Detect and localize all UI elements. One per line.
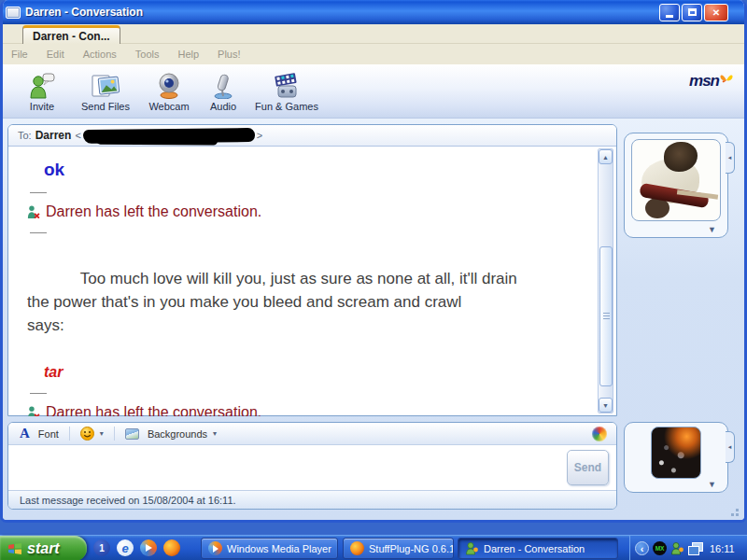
tray-collapse-chevron[interactable]: ‹ bbox=[635, 541, 649, 555]
compose-toolbar: A Font ▾ Backgrounds ▾ bbox=[8, 423, 616, 445]
messenger-buddy-icon bbox=[465, 541, 479, 555]
menu-help[interactable]: Help bbox=[177, 49, 199, 60]
quick-launch-firefox-icon[interactable] bbox=[163, 539, 180, 556]
font-button[interactable]: Font bbox=[38, 428, 59, 440]
window-icon[interactable] bbox=[6, 7, 21, 19]
taskbar-button-stuffplug[interactable]: StuffPlug-NG 0.6.1 (... bbox=[343, 538, 454, 559]
status-message: Darren has left the conversation. bbox=[27, 203, 588, 220]
msn-butterfly-icon bbox=[719, 72, 734, 87]
restore-button[interactable] bbox=[682, 4, 702, 21]
ie-glyph: e bbox=[121, 541, 128, 555]
message-input-area: Send bbox=[8, 445, 616, 490]
start-label: start bbox=[27, 540, 60, 557]
display-picture-options-button[interactable]: ▼ bbox=[708, 225, 716, 234]
backgrounds-thumbnail-icon bbox=[125, 428, 139, 440]
contact-display-picture[interactable] bbox=[631, 139, 721, 221]
send-files-button[interactable]: Send Files bbox=[69, 68, 142, 115]
emoticon-dropdown-icon[interactable]: ▾ bbox=[100, 429, 104, 438]
chat-message: Too much love will kill you, just as sur… bbox=[27, 244, 587, 360]
address-close-bracket: > bbox=[257, 130, 262, 141]
minimize-icon bbox=[666, 15, 673, 18]
scrollbar-thumb[interactable] bbox=[599, 246, 613, 386]
quick-launch-one-icon[interactable]: 1 bbox=[93, 539, 110, 556]
close-button[interactable]: ✕ bbox=[704, 4, 728, 21]
to-bar: To: Darren < > bbox=[8, 125, 616, 147]
chat-message-text: tar bbox=[44, 364, 63, 380]
color-wheel-icon[interactable] bbox=[592, 427, 607, 441]
audio-button[interactable]: Audio bbox=[196, 68, 250, 115]
status-message: Darren has left the conversation. bbox=[27, 404, 588, 416]
send-files-photos-icon bbox=[91, 71, 120, 99]
resize-grip[interactable] bbox=[727, 505, 739, 516]
window-content: To: Darren < > ok bbox=[3, 119, 744, 520]
toolbar-separator bbox=[114, 427, 115, 441]
system-tray: ‹ MX 16:11 bbox=[629, 536, 747, 560]
message-input[interactable] bbox=[8, 445, 558, 490]
close-icon: ✕ bbox=[712, 7, 720, 18]
menu-tools[interactable]: Tools bbox=[135, 49, 160, 60]
quick-launch-ie-icon[interactable]: e bbox=[117, 539, 134, 556]
menu-actions[interactable]: Actions bbox=[83, 49, 117, 60]
media-player-icon bbox=[208, 541, 222, 555]
status-message-text: Darren has left the conversation. bbox=[46, 203, 261, 220]
webcam-button[interactable]: Webcam bbox=[142, 68, 196, 115]
menu-plus[interactable]: Plus! bbox=[218, 49, 240, 60]
tab-darren-conversation[interactable]: Darren - Con... bbox=[22, 25, 120, 44]
send-files-label: Send Files bbox=[81, 101, 130, 112]
send-button[interactable]: Send bbox=[567, 450, 609, 485]
tray-network-icon[interactable] bbox=[688, 542, 703, 555]
backgrounds-button[interactable]: Backgrounds bbox=[148, 428, 207, 440]
display-picture-options-button[interactable]: ▼ bbox=[708, 480, 716, 489]
message-history[interactable]: ok Darren has left the conversation. To bbox=[8, 147, 616, 416]
own-display-picture[interactable] bbox=[651, 427, 701, 479]
webcam-label: Webcam bbox=[148, 101, 189, 112]
tray-clock[interactable]: 16:11 bbox=[710, 543, 735, 554]
contact-name: Darren bbox=[35, 129, 72, 142]
display-picture-collapse-tab[interactable]: ◂ bbox=[726, 431, 735, 463]
send-button-label: Send bbox=[574, 461, 601, 474]
scroll-up-icon: ▲ bbox=[602, 154, 609, 161]
toolbar-buttons: Invite Send bbox=[15, 68, 323, 115]
conversation-panel: To: Darren < > ok bbox=[7, 124, 617, 416]
minimize-button[interactable] bbox=[659, 4, 680, 21]
emoticon-button[interactable] bbox=[80, 427, 94, 441]
contact-left-icon bbox=[27, 205, 40, 218]
window-controls: ✕ bbox=[659, 4, 741, 21]
message-divider bbox=[30, 232, 47, 233]
scroll-down-icon: ▼ bbox=[602, 402, 609, 409]
windows-flag-icon bbox=[7, 541, 22, 556]
fun-games-label: Fun & Games bbox=[255, 101, 318, 112]
scroll-up-button[interactable]: ▲ bbox=[599, 149, 613, 164]
menu-file[interactable]: File bbox=[11, 49, 28, 60]
taskbar-button-conversation[interactable]: Darren - Conversation bbox=[458, 538, 618, 559]
font-a-icon: A bbox=[20, 426, 30, 441]
taskbar: start 1 e Windows Media Player StuffPlug… bbox=[0, 535, 747, 560]
tray-mx-icon[interactable]: MX bbox=[653, 541, 667, 555]
own-display-picture-frame: ▼ ◂ bbox=[624, 422, 728, 493]
microphone-icon bbox=[211, 71, 235, 99]
firefox-icon bbox=[350, 541, 364, 555]
main-toolbar: Invite Send bbox=[0, 64, 747, 119]
scroll-down-button[interactable]: ▼ bbox=[599, 398, 613, 413]
desktop-screen: Darren - Conversation ✕ Darren - Con... … bbox=[0, 0, 747, 560]
start-button[interactable]: start bbox=[0, 536, 87, 560]
quick-launch-media-player-icon[interactable] bbox=[140, 539, 157, 556]
chat-message-text: Too much love will kill you, just as sur… bbox=[27, 270, 517, 334]
backgrounds-dropdown-icon[interactable]: ▾ bbox=[213, 429, 217, 438]
contact-display-picture-frame: ▼ ◂ bbox=[624, 133, 728, 238]
msn-logo-text: msn bbox=[689, 72, 719, 91]
history-scrollbar[interactable]: ▲ ▼ bbox=[598, 148, 613, 413]
one-glyph: 1 bbox=[99, 543, 105, 553]
menu-bar: File Edit Actions Tools Help Plus! bbox=[0, 44, 747, 64]
fun-and-games-button[interactable]: Fun & Games bbox=[250, 68, 323, 115]
redacted-contact-address bbox=[83, 128, 255, 144]
taskbar-button-label: StuffPlug-NG 0.6.1 (... bbox=[369, 543, 454, 554]
invite-button[interactable]: Invite bbox=[15, 68, 69, 115]
to-label: To: bbox=[18, 130, 32, 141]
tray-messenger-icon[interactable] bbox=[670, 541, 684, 555]
taskbar-button-media-player[interactable]: Windows Media Player bbox=[201, 538, 338, 559]
display-picture-collapse-tab[interactable]: ◂ bbox=[726, 142, 735, 174]
titlebar[interactable]: Darren - Conversation ✕ bbox=[0, 0, 747, 24]
menu-edit[interactable]: Edit bbox=[47, 49, 64, 60]
status-message-text: Darren has left the conversation. bbox=[46, 404, 261, 416]
